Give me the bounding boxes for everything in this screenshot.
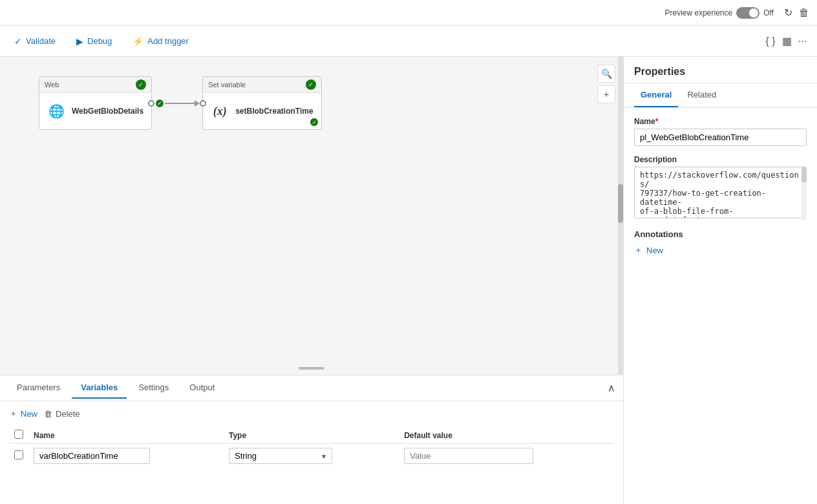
web-node-label: Web: [45, 81, 59, 89]
pipeline-icon[interactable]: ▦: [782, 35, 792, 47]
name-field: Name*: [634, 117, 807, 146]
new-label: New: [21, 409, 37, 419]
tab-output[interactable]: Output: [180, 377, 224, 399]
web-check-badge: ✓: [136, 79, 146, 90]
canvas-hscroll-indicator: [299, 367, 324, 370]
top-bar: Preview experience Off ↻ 🗑: [0, 0, 817, 26]
select-all-checkbox[interactable]: [14, 430, 23, 439]
setvariable-node-label: Set variable: [208, 81, 246, 89]
properties-title: Properties: [624, 57, 817, 83]
annotations-plus-icon: ＋: [634, 244, 642, 256]
tab-variables[interactable]: Variables: [72, 377, 127, 399]
connector-check-icon: ✓: [154, 98, 165, 109]
tab-settings[interactable]: Settings: [129, 377, 178, 399]
toolbar-right: { } ▦ ···: [766, 35, 807, 47]
properties-panel: Properties General Related Name* Descrip…: [623, 57, 817, 504]
col-default: Default value: [399, 427, 614, 444]
annotations-new-button[interactable]: ＋ New: [634, 244, 807, 256]
col-type: Type: [224, 427, 399, 444]
canvas[interactable]: Web ✓ 🌐 WebGetBlobDetails ✓: [0, 57, 623, 375]
debug-icon: ▶: [76, 36, 83, 47]
validate-icon: ✓: [14, 36, 22, 47]
bottom-panel: Parameters Variables Settings Output ∧ ＋…: [0, 375, 623, 504]
toggle-knob: [749, 8, 758, 17]
new-variable-button[interactable]: ＋ New: [9, 408, 37, 419]
description-wrapper: https://stackoverflow.com/questions/ 797…: [634, 167, 807, 220]
description-scrollbar-thumb: [801, 167, 807, 182]
debug-button[interactable]: ▶ Debug: [72, 34, 116, 49]
description-scrollbar[interactable]: [801, 167, 807, 220]
preview-label: Preview experience: [664, 8, 732, 17]
setvariable-node-header: Set variable ✓: [203, 77, 321, 93]
bottom-content: ＋ New 🗑 Delete Name Type Defaul: [0, 401, 623, 474]
delete-variable-button[interactable]: 🗑 Delete: [44, 408, 80, 419]
description-textarea[interactable]: https://stackoverflow.com/questions/ 797…: [634, 167, 807, 218]
variable-row: String Boolean Integer Array ▼: [9, 444, 614, 468]
validate-button[interactable]: ✓ Validate: [10, 34, 59, 49]
properties-tabs: General Related: [624, 83, 817, 108]
row-default-cell: [399, 444, 614, 468]
web-node-name: WebGetBlobDetails: [72, 107, 143, 116]
name-field-label: Name*: [634, 117, 807, 126]
setvariable-activity-node[interactable]: Set variable ✓ (x) setBlobCreationTime ✓: [202, 76, 322, 130]
properties-body: Name* Description https://stackoverflow.…: [624, 108, 817, 504]
annotations-section: Annotations ＋ New: [634, 229, 807, 256]
bottom-tabs-bar: Parameters Variables Settings Output ∧: [0, 375, 623, 401]
bottom-collapse-button[interactable]: ∧: [608, 382, 615, 394]
activity-area: Web ✓ 🌐 WebGetBlobDetails ✓: [39, 76, 322, 130]
web-node-header: Web ✓: [39, 77, 151, 93]
setvariable-fx-icon: (x): [211, 102, 229, 120]
setvariable-input-port[interactable]: [200, 100, 206, 107]
col-checkbox: [9, 427, 28, 444]
tab-related[interactable]: Related: [681, 83, 723, 107]
web-output-port[interactable]: [148, 100, 154, 107]
row-name-cell: [28, 444, 224, 468]
web-globe-icon: 🌐: [47, 102, 65, 120]
annotations-new-label: New: [646, 246, 663, 255]
canvas-vscroll[interactable]: [618, 57, 623, 375]
name-input[interactable]: [634, 129, 807, 146]
var-name-input[interactable]: [34, 448, 150, 464]
add-trigger-button[interactable]: ⚡ Add trigger: [129, 34, 193, 49]
canvas-side: Web ✓ 🌐 WebGetBlobDetails ✓: [0, 57, 623, 504]
annotations-label: Annotations: [634, 229, 807, 239]
row-checkbox[interactable]: [14, 450, 23, 459]
var-type-select[interactable]: String Boolean Integer Array: [229, 448, 332, 464]
tab-parameters[interactable]: Parameters: [8, 377, 69, 399]
connector-line: [165, 103, 195, 104]
setvariable-node-name: setBlobCreationTime: [235, 107, 313, 116]
var-type-wrapper: String Boolean Integer Array ▼: [229, 448, 332, 464]
more-icon[interactable]: ···: [798, 36, 807, 47]
var-default-input[interactable]: [404, 448, 533, 464]
col-name: Name: [28, 427, 224, 444]
web-node-body: 🌐 WebGetBlobDetails: [39, 93, 151, 129]
preview-toggle-group: Preview experience Off: [664, 7, 774, 19]
canvas-controls: 🔍 +: [597, 65, 615, 103]
main-area: Web ✓ 🌐 WebGetBlobDetails ✓: [0, 57, 817, 504]
canvas-vscroll-thumb: [618, 184, 623, 223]
top-icons: ↻ 🗑: [784, 6, 809, 19]
preview-toggle[interactable]: [736, 7, 759, 19]
add-trigger-icon: ⚡: [133, 36, 143, 47]
trash-icon: 🗑: [44, 409, 52, 419]
bottom-actions: ＋ New 🗑 Delete: [9, 408, 614, 419]
delete-icon[interactable]: 🗑: [799, 7, 809, 19]
setvariable-check-badge: ✓: [306, 79, 316, 90]
variables-table: Name Type Default value: [9, 427, 614, 468]
web-activity-node[interactable]: Web ✓ 🌐 WebGetBlobDetails: [39, 76, 152, 130]
connector-arrow: ✓: [154, 100, 200, 107]
refresh-icon[interactable]: ↻: [784, 6, 792, 19]
zoom-search-button[interactable]: 🔍: [597, 65, 615, 83]
off-label: Off: [763, 8, 774, 17]
toolbar: ✓ Validate ▶ Debug ⚡ Add trigger { } ▦ ·…: [0, 26, 817, 57]
code-icon[interactable]: { }: [766, 36, 776, 47]
zoom-add-button[interactable]: +: [597, 85, 615, 103]
description-field: Description https://stackoverflow.com/qu…: [634, 155, 807, 220]
setvariable-node-body: (x) setBlobCreationTime: [203, 93, 321, 129]
row-type-cell: String Boolean Integer Array ▼: [224, 444, 399, 468]
plus-icon: ＋: [9, 408, 17, 419]
delete-label: Delete: [56, 409, 80, 419]
description-field-label: Description: [634, 155, 807, 164]
tab-general[interactable]: General: [634, 83, 678, 107]
row-checkbox-cell: [9, 444, 28, 468]
